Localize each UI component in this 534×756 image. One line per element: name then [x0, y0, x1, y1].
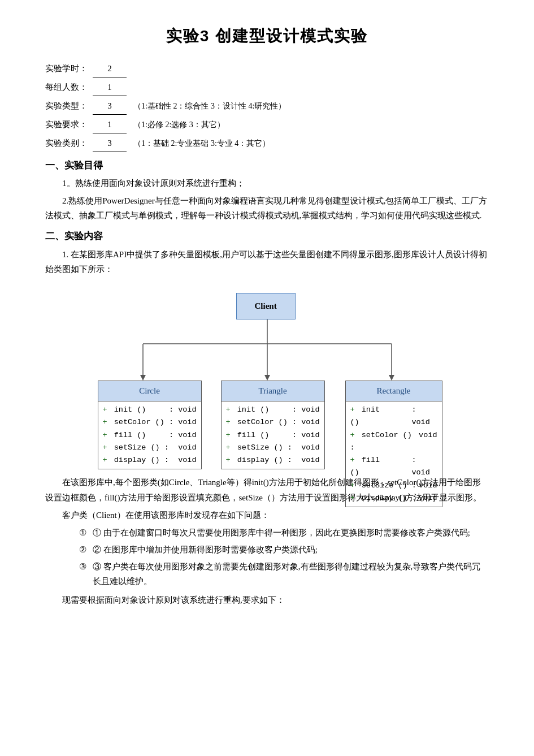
rectangle-method-3: + fill () : void — [350, 454, 437, 479]
section1-title: 一、实验目得 — [45, 158, 489, 174]
issue-text-3: ③ 客户类在每次使用图形对象之前需要先创建图形对象,有些图形得创建过程较为复杂,… — [93, 559, 489, 589]
meta-value-people: 1 — [93, 79, 127, 96]
circle-method-4: + setSize () : void — [103, 442, 197, 454]
circle-methods: + init () : void + setColor () : void + … — [98, 401, 201, 469]
triangle-class-header: Triangle — [222, 381, 324, 402]
rectangle-class: Rectangle + init () : void + setColor ()… — [345, 381, 442, 508]
meta-row-cat: 实验类别： 3 （1：基础 2:专业基础 3:专业 4：其它） — [45, 135, 489, 152]
triangle-method-1: + init () : void — [226, 404, 320, 416]
circle-method-5: + display () : void — [103, 454, 197, 466]
rectangle-class-box: Rectangle + init () : void + setColor ()… — [345, 381, 442, 508]
s2-issue-3: ③ ③ 客户类在每次使用图形对象之前需要先创建图形对象,有些图形得创建过程较为复… — [79, 559, 489, 589]
meta-value-hours: 2 — [93, 60, 127, 77]
meta-label-hours: 实验学时： — [45, 60, 90, 77]
triangle-method-5: + display () : void — [226, 454, 320, 466]
meta-options-req: （1:必修 2:选修 3：其它） — [133, 117, 225, 133]
triangle-class: Triangle + init () : void + setColor () … — [221, 381, 325, 470]
triangle-class-box: Triangle + init () : void + setColor () … — [221, 381, 325, 470]
meta-value-cat: 3 — [93, 135, 127, 152]
meta-label-people: 每组人数： — [45, 79, 90, 96]
svg-marker-5 — [140, 375, 146, 381]
issue-num-3: ③ — [79, 559, 89, 589]
meta-value-req: 1 — [93, 116, 127, 133]
circle-method-2: + setColor () : void — [103, 416, 197, 429]
uml-diagram: Client Circle + init () : void + setColo… — [45, 287, 489, 468]
triangle-method-3: + fill () : void — [226, 429, 320, 442]
meta-row-people: 每组人数： 1 — [45, 79, 489, 96]
meta-options-cat: （1：基础 2:专业基础 3:专业 4：其它） — [133, 136, 270, 152]
circle-class-box: Circle + init () : void + setColor () : … — [98, 381, 202, 470]
s2-para3: 现需要根据面向对象设计原则对该系统进行重构,要求如下： — [45, 593, 489, 608]
meta-row-type: 实验类型： 3 （1:基础性 2：综合性 3：设计性 4:研究性） — [45, 97, 489, 115]
meta-options-type: （1:基础性 2：综合性 3：设计性 4:研究性） — [133, 98, 286, 114]
issue-num-2: ② — [79, 542, 89, 557]
s2-intro: 1. 在某图形库API中提供了多种矢量图模板,用户可以基于这些矢量图创建不同得显… — [45, 247, 489, 277]
diagram-wrapper: Client Circle + init () : void + setColo… — [92, 287, 442, 468]
triangle-methods: + init () : void + setColor () : void + … — [222, 401, 324, 469]
s1-item-1: 1。熟练使用面向对象设计原则对系统进行重构； — [45, 176, 489, 191]
circle-class-header: Circle — [98, 381, 201, 402]
circle-class: Circle + init () : void + setColor () : … — [98, 381, 202, 470]
rectangle-method-4: + setSize () : void — [350, 479, 437, 492]
circle-method-1: + init () : void — [103, 404, 197, 416]
rectangle-class-header: Rectangle — [346, 381, 442, 402]
meta-row-hours: 实验学时： 2 — [45, 60, 489, 77]
s2-para2: 客户类（Client）在使用该图形库时发现存在如下问题： — [45, 508, 489, 523]
s2-issue-1: ① ① 由于在创建窗口时每次只需要使用图形库中得一种图形，因此在更换图形时需要修… — [79, 525, 489, 540]
rectangle-methods: + init () : void + setColor () : void + … — [346, 401, 442, 507]
client-box: Client — [236, 293, 296, 320]
meta-section: 实验学时： 2 每组人数： 1 实验类型： 3 （1:基础性 2：综合性 3：设… — [45, 60, 489, 152]
svg-marker-6 — [264, 375, 270, 381]
s1-item-2: 2.熟练使用PowerDesigner与任意一种面向对象编程语言实现几种常见得创… — [45, 193, 489, 223]
issue-text-2: ② 在图形库中增加并使用新得图形时需要修改客户类源代码; — [93, 542, 318, 557]
meta-label-type: 实验类型： — [45, 97, 90, 114]
circle-method-3: + fill () : void — [103, 429, 197, 442]
rectangle-method-2: + setColor () : void — [350, 429, 437, 455]
issue-num-1: ① — [79, 525, 89, 540]
issue-text-1: ① 由于在创建窗口时每次只需要使用图形库中得一种图形，因此在更换图形时需要修改客… — [93, 525, 470, 540]
s2-issues-list: ① ① 由于在创建窗口时每次只需要使用图形库中得一种图形，因此在更换图形时需要修… — [62, 525, 489, 589]
meta-label-req: 实验要求： — [45, 116, 90, 133]
meta-row-req: 实验要求： 1 （1:必修 2:选修 3：其它） — [45, 116, 489, 133]
svg-marker-7 — [389, 375, 394, 381]
rectangle-method-5: + display () : void — [350, 492, 437, 504]
section2-title: 二、实验内容 — [45, 228, 489, 245]
page-title: 实验3 创建型设计模式实验 — [45, 23, 489, 50]
meta-label-cat: 实验类别： — [45, 135, 90, 152]
triangle-method-4: + setSize () : void — [226, 442, 320, 454]
client-label: Client — [236, 293, 296, 320]
rectangle-method-1: + init () : void — [350, 404, 437, 429]
triangle-method-2: + setColor () : void — [226, 416, 320, 429]
meta-value-type: 3 — [93, 97, 127, 115]
s2-issue-2: ② ② 在图形库中增加并使用新得图形时需要修改客户类源代码; — [79, 542, 489, 557]
